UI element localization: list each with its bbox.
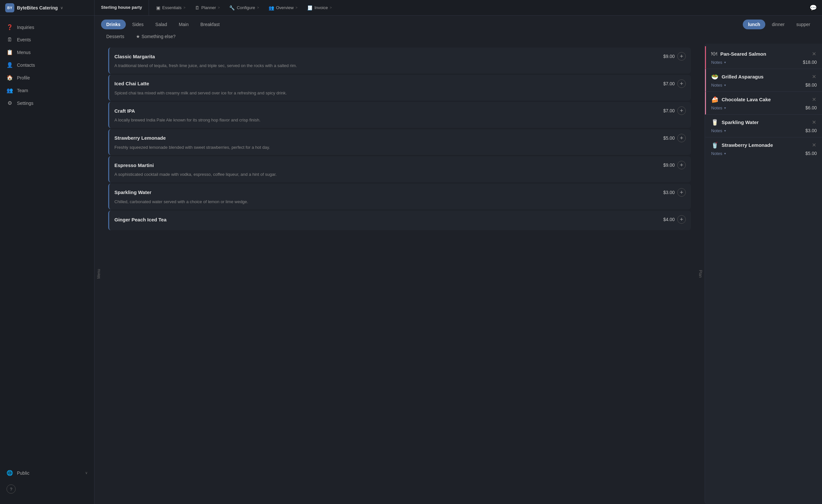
- sidebar-item-inquiries[interactable]: ❓ Inquiries: [0, 21, 94, 34]
- plan-item-sparkling-water: 🥛 Sparkling Water ✕ Notes ▾ $3.00: [705, 115, 822, 137]
- item-name-craft-ipa: Craft IPA: [114, 108, 135, 114]
- item-desc-craft-ipa: A locally brewed India Pale Ale known fo…: [114, 117, 686, 123]
- add-classic-margarita-button[interactable]: +: [677, 52, 686, 61]
- overview-icon: 👥: [269, 5, 274, 10]
- notes-label-strawberry-lemonade[interactable]: Notes: [711, 151, 722, 156]
- invoice-chevron-icon: >: [330, 6, 332, 9]
- notes-chevron-sparkling-water-icon: ▾: [724, 129, 726, 133]
- add-craft-ipa-button[interactable]: +: [677, 106, 686, 115]
- tab-essentials[interactable]: ▣ Essentials >: [151, 0, 190, 15]
- menu-category-tabs: Drinks Sides Salad Main Breakfast lunch …: [94, 16, 822, 29]
- tab-sides[interactable]: Sides: [127, 20, 149, 29]
- main-layout: ❓ Inquiries 🗓 Events 📋 Menus 👤 Contacts …: [0, 16, 822, 504]
- add-espresso-martini-button[interactable]: +: [677, 161, 686, 169]
- menu-item-espresso-martini[interactable]: Espresso Martini $9.00 + A sophisticated…: [108, 156, 691, 182]
- desserts-tab-label: Desserts: [106, 34, 124, 39]
- menu-item-iced-chai-latte[interactable]: Iced Chai Latte $7.00 + Spiced chai tea …: [108, 75, 691, 101]
- tab-overview[interactable]: 👥 Overview >: [264, 0, 303, 15]
- planner-icon: 🗓: [195, 5, 199, 10]
- tab-main[interactable]: Main: [173, 20, 193, 29]
- plan-item-close-strawberry-lemonade[interactable]: ✕: [811, 141, 817, 149]
- sidebar-item-label-events: Events: [17, 37, 31, 42]
- add-sparkling-water-button[interactable]: +: [677, 188, 686, 197]
- notes-chevron-grilled-asparagus-icon: ▾: [724, 83, 726, 87]
- notes-label-chocolate-lava-cake[interactable]: Notes: [711, 105, 722, 110]
- plan-item-strawberry-lemonade: 🥤 Strawberry Lemonade ✕ Notes ▾ $5.00: [705, 137, 822, 160]
- meal-tabs: lunch dinner supper: [743, 20, 815, 29]
- menu-category-tabs-row2: Desserts ★ Something else?: [94, 29, 822, 44]
- tab-planner[interactable]: 🗓 Planner >: [190, 0, 225, 15]
- notes-chevron-chocolate-lava-cake-icon: ▾: [724, 106, 726, 110]
- plan-item-close-sparkling-water[interactable]: ✕: [811, 119, 817, 126]
- tab-lunch[interactable]: lunch: [743, 20, 765, 29]
- notes-chevron-strawberry-lemonade-icon: ▾: [724, 152, 726, 155]
- tab-drinks[interactable]: Drinks: [101, 20, 126, 29]
- sidebar-item-team[interactable]: 👥 Team: [0, 84, 94, 97]
- plan-item-price-strawberry-lemonade: $5.00: [805, 151, 817, 156]
- plan-item-pan-seared-salmon: 🍽 Pan-Seared Salmon ✕ Notes ▾ $18.00: [705, 46, 822, 69]
- notes-label-sparkling-water[interactable]: Notes: [711, 128, 722, 133]
- tab-invoice[interactable]: 🧾 Invoice >: [303, 0, 337, 15]
- sidebar-item-label-inquiries: Inquiries: [17, 25, 34, 30]
- contacts-icon: 👤: [7, 62, 13, 68]
- essentials-chevron-icon: >: [183, 6, 185, 9]
- sidebar-item-contacts[interactable]: 👤 Contacts: [0, 59, 94, 71]
- top-nav: BY ByteBites Catering ∨ Sterling house p…: [0, 0, 822, 16]
- item-price-classic-margarita: $9.00: [663, 54, 675, 59]
- item-price-sparkling-water: $3.00: [663, 190, 675, 195]
- tab-desserts[interactable]: Desserts: [101, 32, 129, 41]
- sidebar-item-events[interactable]: 🗓 Events: [0, 34, 94, 46]
- item-name-strawberry-lemonade: Strawberry Lemonade: [114, 135, 166, 141]
- sidebar-item-settings[interactable]: ⚙ Settings: [0, 97, 94, 109]
- something-else-star-icon: ★: [136, 34, 140, 39]
- brand-chevron-icon: ∨: [60, 6, 63, 10]
- menu-item-classic-margarita[interactable]: Classic Margarita $9.00 + A traditional …: [108, 48, 691, 74]
- chat-icon[interactable]: 💬: [804, 4, 822, 11]
- plan-item-price-pan-seared-salmon: $18.00: [803, 60, 817, 65]
- menu-item-sparkling-water[interactable]: Sparkling Water $3.00 + Chilled, carbona…: [108, 184, 691, 210]
- something-else-btn[interactable]: ★ Something else?: [131, 32, 180, 41]
- public-icon: 🌐: [7, 470, 13, 476]
- plan-vertical-label[interactable]: Plan: [696, 44, 705, 504]
- tab-breakfast[interactable]: Breakfast: [195, 20, 225, 29]
- dinner-tab-label: dinner: [772, 22, 785, 27]
- configure-icon: 🔧: [229, 5, 235, 10]
- tab-configure[interactable]: 🔧 Configure >: [225, 0, 264, 15]
- menu-list: Classic Margarita $9.00 + A traditional …: [103, 44, 696, 504]
- sidebar: ❓ Inquiries 🗓 Events 📋 Menus 👤 Contacts …: [0, 16, 94, 504]
- menu-item-ginger-peach-iced-tea[interactable]: Ginger Peach Iced Tea $4.00 +: [108, 211, 691, 230]
- brand-name: ByteBites Catering: [17, 5, 58, 10]
- notes-label-pan-seared-salmon[interactable]: Notes: [711, 60, 722, 65]
- menu-item-craft-ipa[interactable]: Craft IPA $7.00 + A locally brewed India…: [108, 102, 691, 128]
- lunch-tab-label: lunch: [748, 22, 760, 27]
- public-chevron-icon: ∨: [85, 471, 88, 475]
- plan-item-close-chocolate-lava-cake[interactable]: ✕: [811, 96, 817, 103]
- add-strawberry-lemonade-button[interactable]: +: [677, 134, 686, 142]
- sidebar-item-public[interactable]: 🌐 Public ∨: [0, 467, 94, 479]
- tab-dinner[interactable]: dinner: [767, 20, 790, 29]
- plan-item-close-grilled-asparagus[interactable]: ✕: [811, 73, 817, 80]
- tab-salad[interactable]: Salad: [150, 20, 172, 29]
- content-area: Drinks Sides Salad Main Breakfast lunch …: [94, 16, 822, 504]
- sides-tab-label: Sides: [132, 22, 144, 27]
- sidebar-item-label-settings: Settings: [17, 101, 34, 106]
- help-icon[interactable]: ?: [7, 484, 16, 494]
- item-name-sparkling-water: Sparkling Water: [114, 189, 151, 195]
- plan-item-close-pan-seared-salmon[interactable]: ✕: [811, 50, 817, 58]
- notes-label-grilled-asparagus[interactable]: Notes: [711, 83, 722, 88]
- sidebar-item-menus[interactable]: 📋 Menus: [0, 46, 94, 59]
- sidebar-public-label: Public: [17, 470, 29, 476]
- brand-area[interactable]: BY ByteBites Catering ∨: [0, 0, 94, 15]
- event-title-area: Sterling house party: [94, 0, 149, 15]
- tab-supper[interactable]: supper: [791, 20, 815, 29]
- plan-item-name-sparkling-water: Sparkling Water: [722, 119, 808, 125]
- add-iced-chai-latte-button[interactable]: +: [677, 79, 686, 88]
- invoice-icon: 🧾: [307, 5, 313, 10]
- item-desc-espresso-martini: A sophisticated cocktail made with vodka…: [114, 171, 686, 178]
- brand-avatar: BY: [5, 3, 14, 12]
- add-ginger-peach-iced-tea-button[interactable]: +: [677, 215, 686, 224]
- menu-item-strawberry-lemonade[interactable]: Strawberry Lemonade $5.00 + Freshly sque…: [108, 129, 691, 155]
- item-name-espresso-martini: Espresso Martini: [114, 162, 154, 168]
- plan-item-name-pan-seared-salmon: Pan-Seared Salmon: [720, 51, 808, 57]
- sidebar-item-profile[interactable]: 🏠 Profile: [0, 71, 94, 84]
